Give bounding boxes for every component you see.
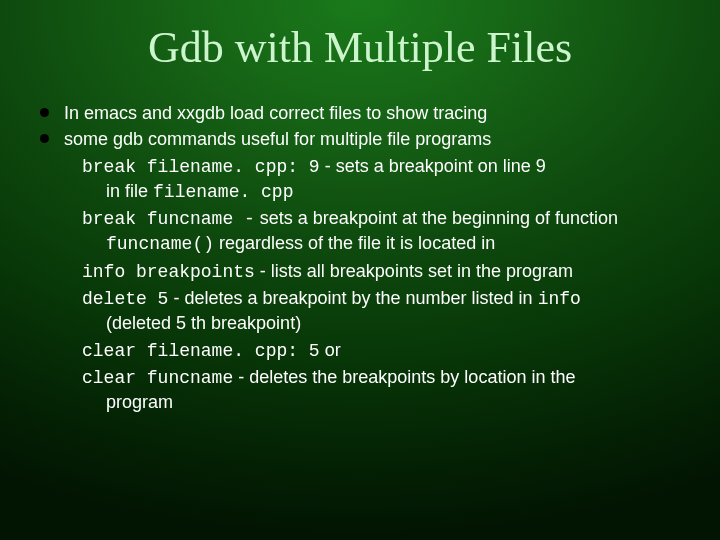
txt-break-file: - sets a breakpoint on line 9 <box>320 156 546 176</box>
sub-clear-func: clear funcname - deletes the breakpoints… <box>82 365 690 415</box>
cmd-delete-info: info <box>538 289 581 309</box>
txt-info-bp: - lists all breakpoints set in the progr… <box>255 261 573 281</box>
txt-clear-file: or <box>320 340 341 360</box>
cmd-clear-file: clear filename. cpp: 5 <box>82 341 320 361</box>
cont-break-func-b: regardless of the file it is located in <box>214 233 495 253</box>
bullet-2-text: some gdb commands useful for multiple fi… <box>64 129 491 149</box>
sub-info-bp: info breakpoints - lists all breakpoints… <box>82 259 690 284</box>
txt-clear-func: - deletes the breakpoints by location in… <box>233 367 575 387</box>
cmd-info-bp: info breakpoints <box>82 262 255 282</box>
bullet-1: In emacs and xxgdb load correct files to… <box>38 101 690 125</box>
cmd-break-func: break funcname - <box>82 209 255 229</box>
bullet-2: some gdb commands useful for multiple fi… <box>38 127 690 414</box>
cont-break-func: funcname() regardless of the file it is … <box>82 231 690 256</box>
cmd-delete: delete 5 <box>82 289 168 309</box>
sub-break-file: break filename. cpp: 9 - sets a breakpoi… <box>82 154 690 205</box>
bullet-1-text: In emacs and xxgdb load correct files to… <box>64 103 487 123</box>
cont-delete: (deleted 5 th breakpoint) <box>82 311 690 335</box>
cont-clear-func-a: program <box>106 392 173 412</box>
sub-list: break filename. cpp: 9 - sets a breakpoi… <box>64 154 690 415</box>
bullet-list: In emacs and xxgdb load correct files to… <box>30 101 690 415</box>
cont-clear-func: program <box>82 390 690 414</box>
cont-break-func-a: funcname() <box>106 234 214 254</box>
txt-delete: - deletes a breakpoint by the number lis… <box>168 288 537 308</box>
sub-break-func: break funcname - sets a breakpoint at th… <box>82 206 690 257</box>
sub-clear-file: clear filename. cpp: 5 or <box>82 338 690 363</box>
slide-title: Gdb with Multiple Files <box>30 22 690 73</box>
slide: Gdb with Multiple Files In emacs and xxg… <box>0 0 720 540</box>
sub-delete: delete 5 - deletes a breakpoint by the n… <box>82 286 690 336</box>
cmd-break-file: break filename. cpp: 9 <box>82 157 320 177</box>
cont-break-file-a: in file <box>106 181 153 201</box>
cont-break-file-b: filename. cpp <box>153 182 293 202</box>
cont-delete-a: (deleted 5 th breakpoint) <box>106 313 301 333</box>
cmd-clear-func: clear funcname <box>82 368 233 388</box>
txt-break-func: sets a breakpoint at the beginning of fu… <box>255 208 618 228</box>
cont-break-file: in file filename. cpp <box>82 179 690 204</box>
